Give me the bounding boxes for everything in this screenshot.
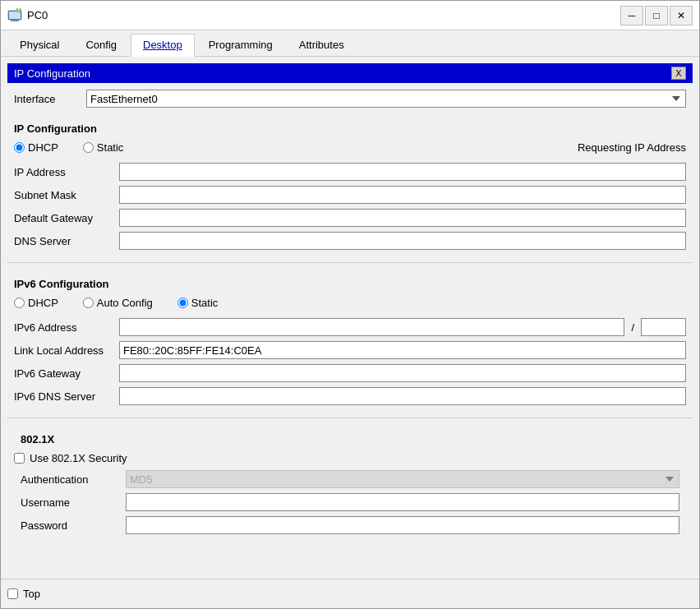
use-security-label[interactable]: Use 802.1X Security bbox=[30, 452, 127, 464]
svg-rect-2 bbox=[9, 12, 21, 19]
static-label[interactable]: Static bbox=[97, 141, 124, 154]
password-row: Password bbox=[14, 514, 686, 537]
tab-desktop[interactable]: Desktop bbox=[131, 34, 195, 57]
auth-row: Authentication MD5 bbox=[14, 468, 686, 491]
dot1x-label: 802.1X bbox=[14, 428, 686, 449]
main-window: P PC0 ─ □ ✕ Physical Config Desktop Prog… bbox=[0, 0, 700, 609]
ip-config-radio-row: DHCP Static Requesting IP Address bbox=[7, 138, 693, 160]
tab-bar: Physical Config Desktop Programming Attr… bbox=[1, 30, 699, 57]
auth-label: Authentication bbox=[21, 473, 119, 486]
maximize-button[interactable]: □ bbox=[645, 6, 668, 25]
ipv6-dns-label: IPv6 DNS Server bbox=[14, 390, 113, 403]
ip-config-label: IP Configuration bbox=[7, 118, 693, 138]
ipv6-static-radio-item: Static bbox=[177, 297, 219, 309]
dns-server-row: DNS Server bbox=[7, 229, 693, 252]
ipv6-address-row: IPv6 Address / bbox=[7, 316, 693, 339]
username-row: Username bbox=[14, 491, 686, 514]
minimize-button[interactable]: ─ bbox=[620, 6, 643, 25]
default-gateway-row: Default Gateway bbox=[7, 206, 693, 229]
ipv6-dhcp-label[interactable]: DHCP bbox=[28, 297, 58, 309]
auth-select[interactable]: MD5 bbox=[126, 470, 679, 488]
ip-address-input[interactable] bbox=[119, 163, 686, 181]
dhcp-label[interactable]: DHCP bbox=[28, 141, 58, 154]
svg-rect-1 bbox=[11, 20, 19, 21]
ipv6-prefix-input[interactable] bbox=[641, 318, 686, 336]
password-input[interactable] bbox=[126, 516, 679, 534]
main-content: IP Configuration X Interface FastEtherne… bbox=[1, 57, 699, 579]
divider-1 bbox=[7, 262, 693, 263]
password-label: Password bbox=[21, 519, 119, 532]
link-local-input[interactable] bbox=[119, 341, 686, 359]
dhcp-radio-item: DHCP bbox=[14, 141, 58, 154]
close-button[interactable]: ✕ bbox=[670, 6, 693, 25]
link-local-label: Link Local Address bbox=[14, 344, 113, 357]
subnet-mask-input[interactable] bbox=[119, 186, 686, 204]
requesting-text: Requesting IP Address bbox=[578, 141, 686, 154]
ipv6-static-radio[interactable] bbox=[177, 298, 188, 308]
dns-server-label: DNS Server bbox=[14, 235, 113, 247]
ipv6-address-input[interactable] bbox=[119, 318, 624, 336]
ip-address-label: IP Address bbox=[14, 166, 113, 178]
subnet-mask-label: Subnet Mask bbox=[14, 189, 113, 201]
panel-header: IP Configuration X bbox=[7, 63, 693, 83]
ipv6-auto-radio-item: Auto Config bbox=[83, 297, 153, 309]
bottom-bar: Top bbox=[1, 579, 699, 608]
ipv6-dhcp-radio-item: DHCP bbox=[14, 297, 58, 309]
subnet-mask-row: Subnet Mask bbox=[7, 183, 693, 206]
default-gateway-label: Default Gateway bbox=[14, 212, 113, 224]
ip-config-section: IP Configuration DHCP Static Requesting … bbox=[7, 114, 693, 256]
link-local-row: Link Local Address bbox=[7, 339, 693, 362]
dot1x-section: 802.1X Use 802.1X Security Authenticatio… bbox=[7, 425, 693, 540]
ipv6-auto-radio[interactable] bbox=[83, 298, 94, 308]
ipv6-gateway-row: IPv6 Gateway bbox=[7, 362, 693, 385]
tab-config[interactable]: Config bbox=[73, 34, 129, 56]
ipv6-address-label: IPv6 Address bbox=[14, 321, 113, 334]
panel-close-button[interactable]: X bbox=[671, 67, 686, 80]
ipv6-dhcp-radio[interactable] bbox=[14, 298, 25, 308]
use-security-row: Use 802.1X Security bbox=[14, 449, 686, 468]
ipv6-slash: / bbox=[631, 321, 634, 334]
ipv6-static-label[interactable]: Static bbox=[191, 297, 219, 309]
ipv6-dns-row: IPv6 DNS Server bbox=[7, 385, 693, 408]
ip-address-row: IP Address bbox=[7, 160, 693, 183]
title-bar-controls: ─ □ ✕ bbox=[620, 6, 693, 25]
tab-programming[interactable]: Programming bbox=[196, 34, 285, 56]
dhcp-radio[interactable] bbox=[14, 142, 25, 153]
top-label[interactable]: Top bbox=[23, 588, 40, 600]
static-radio[interactable] bbox=[83, 142, 94, 153]
static-radio-item: Static bbox=[83, 141, 124, 154]
ipv6-gateway-label: IPv6 Gateway bbox=[14, 367, 113, 380]
interface-label: Interface bbox=[14, 93, 80, 105]
tab-physical[interactable]: Physical bbox=[7, 34, 71, 56]
title-bar-left: P PC0 bbox=[7, 8, 48, 23]
panel-title: IP Configuration bbox=[14, 67, 90, 80]
top-checkbox[interactable] bbox=[7, 588, 18, 599]
interface-row: Interface FastEthernet0 bbox=[7, 86, 693, 111]
ipv6-config-section: IPv6 Configuration DHCP Auto Config Stat… bbox=[7, 270, 693, 411]
title-bar: P PC0 ─ □ ✕ bbox=[1, 1, 699, 30]
ipv6-config-label: IPv6 Configuration bbox=[7, 273, 693, 293]
window-title: PC0 bbox=[27, 9, 48, 21]
ipv6-dns-input[interactable] bbox=[119, 387, 686, 405]
app-icon: P bbox=[7, 8, 22, 23]
top-checkbox-row: Top bbox=[7, 588, 40, 600]
dns-server-input[interactable] bbox=[119, 232, 686, 250]
ipv6-gateway-input[interactable] bbox=[119, 364, 686, 382]
use-security-checkbox[interactable] bbox=[14, 453, 25, 464]
default-gateway-input[interactable] bbox=[119, 209, 686, 227]
interface-select[interactable]: FastEthernet0 bbox=[86, 90, 686, 108]
ipv6-radio-row: DHCP Auto Config Static bbox=[7, 293, 693, 316]
tab-attributes[interactable]: Attributes bbox=[287, 34, 357, 56]
ipv6-auto-label[interactable]: Auto Config bbox=[97, 297, 153, 309]
username-input[interactable] bbox=[126, 493, 679, 511]
divider-2 bbox=[7, 418, 693, 418]
username-label: Username bbox=[21, 496, 119, 509]
